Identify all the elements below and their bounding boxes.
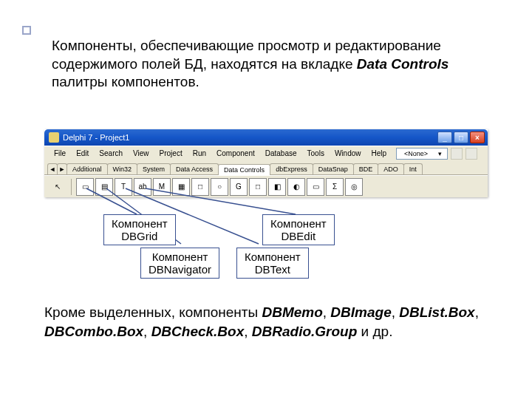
menu-item[interactable]: Database	[260, 149, 302, 157]
callout-dbnavigator: КомпонентDBNavigator	[140, 248, 219, 279]
dblookupcombobox-icon[interactable]: ◐	[287, 178, 305, 196]
menu-item[interactable]: Component	[211, 149, 260, 157]
project-selector[interactable]: <None> ▾	[396, 148, 448, 160]
menubar: File Edit Search View Project Run Compon…	[44, 146, 488, 160]
menu-item[interactable]: Project	[154, 149, 188, 157]
component-tabs: ◄ ► Additional Win32 System Data Access …	[44, 160, 488, 175]
callout-dbtext: КомпонентDBText	[236, 248, 309, 279]
dbnavigator-icon[interactable]: ▤	[95, 178, 113, 196]
dbtext-icon[interactable]: T	[115, 178, 132, 196]
menu-item[interactable]: Search	[94, 149, 128, 157]
dbchart-icon[interactable]: ◎	[345, 178, 363, 196]
tab-system[interactable]: System	[137, 163, 171, 174]
dblistbox-icon[interactable]: □	[191, 178, 209, 196]
app-logo-icon	[49, 132, 59, 143]
chevron-down-icon: ▾	[433, 150, 447, 157]
callout-dbgrid: КомпонентDBGrid	[103, 214, 176, 245]
toolbar-icon[interactable]	[451, 148, 463, 160]
dbmemo-icon[interactable]: M	[153, 178, 171, 196]
delphi-window: Delphi 7 - Project1 _ □ × File Edit Sear…	[44, 129, 488, 197]
divider	[71, 179, 72, 195]
outro-paragraph: Кроме выделенных, компоненты DBMemo, DBI…	[44, 303, 488, 341]
toolbar-icon[interactable]	[466, 148, 477, 160]
tab-bde[interactable]: BDE	[353, 163, 379, 174]
tab-additional[interactable]: Additional	[66, 163, 108, 174]
intro-after: палитры компонентов.	[52, 74, 200, 89]
menu-item[interactable]: Edit	[71, 149, 94, 157]
tab-ado[interactable]: ADO	[378, 163, 404, 174]
intro-paragraph: Компоненты, обеспечивающие просмотр и ре…	[0, 0, 532, 92]
menu-item[interactable]: Help	[366, 149, 392, 157]
tab-scroll-right[interactable]: ►	[57, 163, 67, 174]
maximize-button[interactable]: □	[454, 132, 468, 143]
window-title: Delphi 7 - Project1	[63, 133, 130, 142]
close-button[interactable]: ×	[470, 132, 485, 143]
dbedit-icon[interactable]: ab	[134, 178, 151, 196]
menu-item[interactable]: Tools	[302, 149, 330, 157]
menu-item[interactable]: View	[128, 149, 154, 157]
tab-int[interactable]: Int	[403, 163, 423, 174]
dbctrlgrid-icon[interactable]: Σ	[326, 178, 344, 196]
intro-emphasis: Data Controls	[357, 56, 449, 72]
arrow-icon[interactable]: ↖	[49, 178, 66, 196]
tab-data-controls[interactable]: Data Controls	[218, 164, 270, 175]
tab-dbexpress[interactable]: dbExpress	[270, 163, 313, 174]
dbcombobox-icon[interactable]: ○	[211, 178, 228, 196]
minimize-button[interactable]: _	[437, 132, 452, 143]
tab-win32[interactable]: Win32	[107, 163, 138, 174]
menu-item[interactable]: File	[49, 149, 71, 157]
component-palette: ↖ ▭ ▤ T ab M ▦ □ ○ G □ ◧ ◐ ▭ Σ ◎	[44, 175, 488, 197]
dbcheckbox-icon[interactable]: G	[230, 178, 248, 196]
menu-item[interactable]: Run	[188, 149, 211, 157]
tab-scroll-left[interactable]: ◄	[47, 163, 58, 174]
bullet-top	[22, 26, 31, 35]
dbgrid-icon[interactable]: ▭	[76, 178, 94, 196]
dbrichedit-icon[interactable]: ▭	[307, 178, 324, 196]
menu-item[interactable]: Window	[330, 149, 366, 157]
dbimage-icon[interactable]: ▦	[172, 178, 190, 196]
tab-data-access[interactable]: Data Access	[170, 163, 219, 174]
titlebar: Delphi 7 - Project1 _ □ ×	[44, 129, 488, 146]
dblookuplistbox-icon[interactable]: ◧	[268, 178, 286, 196]
callout-dbedit: КомпонентDBEdit	[262, 214, 335, 245]
tab-datasnap[interactable]: DataSnap	[313, 163, 354, 174]
dbradiogroup-icon[interactable]: □	[249, 178, 267, 196]
